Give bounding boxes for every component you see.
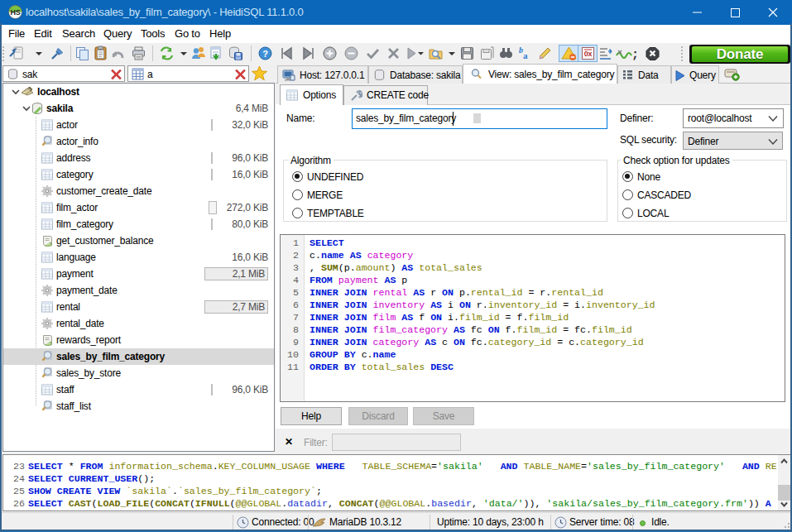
svg-text:;: ; xyxy=(631,48,639,61)
svg-text:a: a xyxy=(523,50,528,60)
svg-text:0x: 0x xyxy=(584,50,593,58)
svg-text:?: ? xyxy=(262,49,268,59)
svg-text:HS: HS xyxy=(10,8,20,17)
